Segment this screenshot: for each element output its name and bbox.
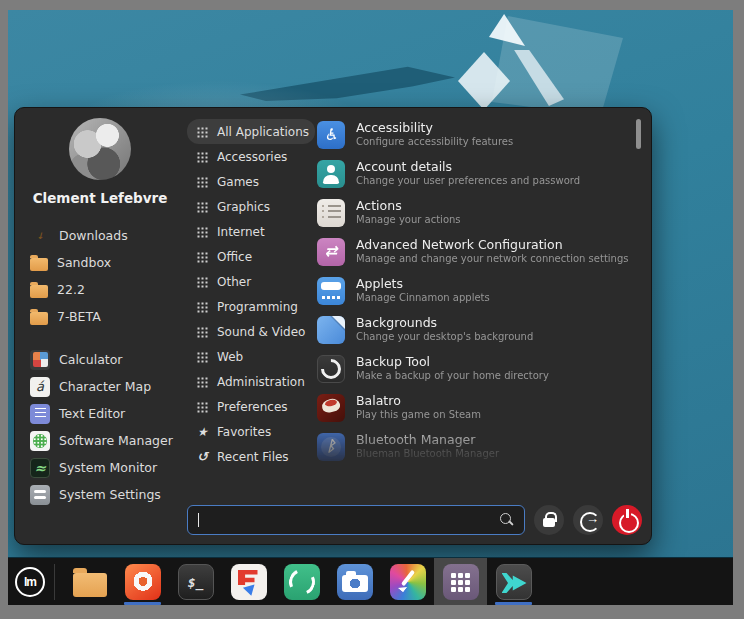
taskbar-item[interactable]	[381, 558, 434, 605]
shortcut-item[interactable]: Calculator	[15, 346, 185, 373]
user-name[interactable]: Clement Lefebvre	[15, 190, 185, 206]
application-item[interactable]: Accessibility Configure accessibility fe…	[313, 115, 633, 154]
shortcut-item[interactable]: Character Map	[15, 373, 185, 400]
search-input[interactable]	[188, 506, 524, 534]
category-item[interactable]: Administration	[187, 369, 315, 394]
application-title: Actions	[356, 198, 461, 214]
category-icon	[196, 126, 209, 138]
application-list: Accessibility Configure accessibility fe…	[313, 115, 633, 477]
shortcut-label: Text Editor	[59, 406, 125, 421]
application-title: Bluetooth Manager	[356, 432, 499, 448]
application-subtitle: Play this game on Steam	[356, 409, 481, 422]
application-item[interactable]: Advanced Network Configuration Manage an…	[313, 232, 633, 271]
taskbar-app-icon	[284, 564, 320, 600]
folder-icon	[30, 312, 48, 325]
category-icon	[196, 251, 209, 263]
application-item[interactable]: Applets Manage Cinnamon applets	[313, 271, 633, 310]
category-item[interactable]: Sound & Video	[187, 319, 315, 344]
application-subtitle: Configure accessibility features	[356, 136, 513, 149]
application-icon	[317, 199, 345, 227]
menu-sidebar: Clement Lefebvre Downloads Sandbox	[15, 108, 185, 544]
category-label: Graphics	[217, 200, 270, 214]
category-item[interactable]: Recent Files	[187, 444, 315, 469]
shortcut-label: Character Map	[59, 379, 151, 394]
session-button[interactable]	[612, 505, 642, 535]
category-item[interactable]: Accessories	[187, 144, 315, 169]
shortcut-item[interactable]: System Monitor	[15, 454, 185, 481]
shortcut-item[interactable]: System Settings	[15, 481, 185, 508]
app-icon	[30, 404, 50, 424]
place-label: Sandbox	[57, 255, 111, 270]
application-item[interactable]: Backup Tool Make a backup of your home d…	[313, 349, 633, 388]
search-box[interactable]	[187, 505, 525, 535]
taskbar-item[interactable]	[63, 558, 116, 605]
application-icon	[317, 121, 345, 149]
application-text: Applets Manage Cinnamon applets	[356, 276, 490, 304]
menu-launcher-button[interactable]	[8, 558, 52, 606]
folder-icon	[30, 226, 50, 246]
application-text: Accessibility Configure accessibility fe…	[356, 120, 513, 148]
folder-icon	[30, 258, 48, 271]
category-label: Recent Files	[217, 450, 289, 464]
taskbar-item[interactable]	[116, 558, 169, 605]
shortcut-item[interactable]: Text Editor	[15, 400, 185, 427]
application-item[interactable]: Backgrounds Change your desktop's backgr…	[313, 310, 633, 349]
shortcut-label: Software Manager	[59, 433, 173, 448]
category-icon	[196, 176, 209, 188]
category-list: All Applications Accessories Games Graph…	[187, 119, 315, 469]
category-item[interactable]: Web	[187, 344, 315, 369]
scrollbar-thumb[interactable]	[636, 119, 641, 149]
category-icon	[196, 450, 209, 463]
application-item[interactable]: Actions Manage your actions	[313, 193, 633, 232]
application-item[interactable]: Balatro Play this game on Steam	[313, 388, 633, 427]
category-item[interactable]: Favorites	[187, 419, 315, 444]
place-item[interactable]: Downloads	[15, 222, 185, 249]
application-title: Accessibility	[356, 120, 513, 136]
app-icon	[30, 485, 50, 505]
category-item[interactable]: Office	[187, 244, 315, 269]
category-item[interactable]: Preferences	[187, 394, 315, 419]
search-icon	[500, 513, 514, 528]
category-item[interactable]: Internet	[187, 219, 315, 244]
place-item[interactable]: 7-BETA	[15, 303, 185, 330]
category-icon	[196, 425, 209, 438]
session-button[interactable]	[534, 505, 564, 535]
category-item[interactable]: Games	[187, 169, 315, 194]
category-item[interactable]: Graphics	[187, 194, 315, 219]
application-item[interactable]: Bluetooth Manager Blueman Bluetooth Mana…	[313, 427, 633, 466]
application-title: Backup Tool	[356, 354, 549, 370]
places-list: Downloads Sandbox 22.2 7-BETA	[15, 222, 185, 330]
taskbar-item[interactable]	[169, 558, 222, 605]
user-avatar-photo[interactable]	[69, 118, 131, 180]
folder-icon	[30, 285, 48, 298]
app-icon	[30, 458, 50, 478]
taskbar-app-icon	[231, 564, 267, 600]
shortcut-list: Calculator Character Map Text Editor	[15, 346, 185, 508]
application-icon	[317, 316, 345, 344]
app-icon	[30, 431, 50, 451]
taskbar-item[interactable]	[275, 558, 328, 605]
shortcut-item[interactable]: Software Manager	[15, 427, 185, 454]
taskbar	[8, 557, 733, 605]
taskbar-item[interactable]	[434, 558, 487, 605]
category-item[interactable]: Programming	[187, 294, 315, 319]
taskbar-item[interactable]	[222, 558, 275, 605]
application-title: Account details	[356, 159, 580, 175]
taskbar-item[interactable]	[328, 558, 381, 605]
category-label: Internet	[217, 225, 265, 239]
application-text: Balatro Play this game on Steam	[356, 393, 481, 421]
category-item[interactable]: All Applications	[187, 119, 315, 144]
category-label: All Applications	[217, 125, 309, 139]
application-icon	[317, 433, 345, 461]
session-button[interactable]	[573, 505, 603, 535]
category-icon	[196, 376, 209, 388]
taskbar-item[interactable]	[487, 558, 540, 605]
place-item[interactable]: 22.2	[15, 276, 185, 303]
place-item[interactable]: Sandbox	[15, 249, 185, 276]
application-text: Backgrounds Change your desktop's backgr…	[356, 315, 533, 343]
category-icon	[196, 276, 209, 288]
application-icon	[317, 160, 345, 188]
category-item[interactable]: Other	[187, 269, 315, 294]
application-icon	[317, 238, 345, 266]
application-item[interactable]: Account details Change your user prefere…	[313, 154, 633, 193]
